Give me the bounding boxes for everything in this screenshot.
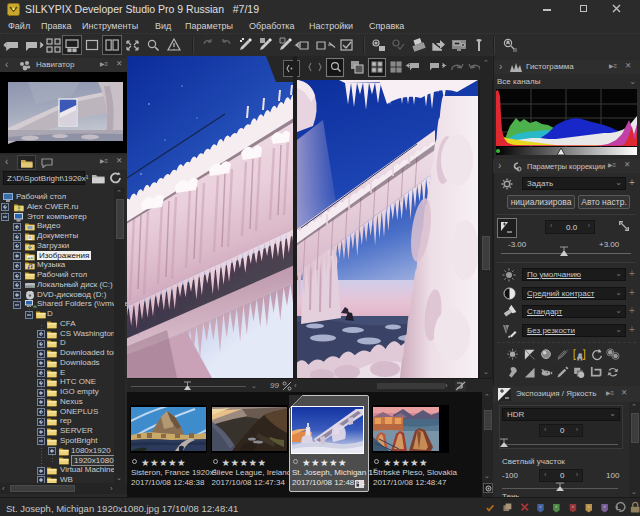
svg-text:д: д <box>578 352 582 360</box>
